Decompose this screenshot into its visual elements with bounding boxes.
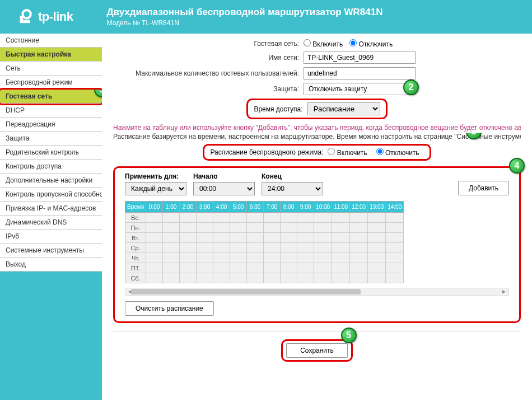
sidebar-item-forwarding[interactable]: Переадресация [0, 118, 102, 132]
schedule-cell[interactable] [332, 263, 350, 273]
schedule-cell[interactable] [281, 253, 297, 263]
schedule-cell[interactable] [213, 273, 230, 283]
schedule-cell[interactable] [281, 223, 297, 233]
sidebar-item-ddns[interactable]: Динамический DNS [0, 216, 102, 230]
network-name-input[interactable] [304, 52, 416, 64]
schedule-cell[interactable] [332, 243, 350, 253]
schedule-grid-wrap[interactable]: Время0:001:002:003:004:005:006:007:008:0… [120, 201, 514, 283]
schedule-cell[interactable] [247, 223, 264, 233]
schedule-cell[interactable] [281, 213, 297, 223]
schedule-cell[interactable] [213, 213, 230, 223]
schedule-cell[interactable] [230, 273, 247, 283]
schedule-grid[interactable]: Время0:001:002:003:004:005:006:007:008:0… [125, 201, 404, 283]
access-time-select[interactable]: Расписание [307, 102, 380, 115]
schedule-cell[interactable] [368, 273, 386, 283]
schedule-cell[interactable] [247, 243, 264, 253]
schedule-cell[interactable] [297, 213, 314, 223]
sidebar-item-status[interactable]: Состояние [0, 34, 102, 48]
schedule-cell[interactable] [213, 243, 230, 253]
sidebar-item-quick-setup[interactable]: Быстрая настройка [0, 48, 102, 62]
schedule-cell[interactable] [146, 223, 163, 233]
schedule-cell[interactable] [197, 233, 213, 243]
schedule-cell[interactable] [297, 223, 314, 233]
save-button[interactable]: Сохранить [286, 343, 348, 358]
schedule-cell[interactable] [146, 213, 163, 223]
schedule-cell[interactable] [197, 263, 213, 273]
sidebar-item-security[interactable]: Защита [0, 132, 102, 146]
guest-enable-radio[interactable]: Включить [304, 39, 343, 48]
security-select[interactable]: Отключить защиту [304, 83, 416, 95]
schedule-cell[interactable] [281, 233, 297, 243]
schedule-cell[interactable] [180, 233, 197, 243]
sidebar-item-parental[interactable]: Родительский контроль [0, 146, 102, 160]
scroll-thumb[interactable] [131, 289, 361, 295]
schedule-cell[interactable] [386, 243, 404, 253]
schedule-cell[interactable] [180, 213, 197, 223]
schedule-cell[interactable] [230, 233, 247, 243]
schedule-cell[interactable] [163, 213, 180, 223]
sidebar-item-wireless[interactable]: Беспроводной режим [0, 76, 102, 90]
schedule-cell[interactable] [314, 243, 332, 253]
schedule-cell[interactable] [350, 243, 368, 253]
schedule-cell[interactable] [368, 253, 386, 263]
schedule-cell[interactable] [297, 243, 314, 253]
schedule-cell[interactable] [230, 253, 247, 263]
schedule-cell[interactable] [314, 253, 332, 263]
schedule-cell[interactable] [197, 243, 213, 253]
schedule-cell[interactable] [247, 213, 264, 223]
schedule-cell[interactable] [297, 263, 314, 273]
sidebar-item-ipv6[interactable]: IPv6 [0, 230, 102, 244]
schedule-cell[interactable] [163, 253, 180, 263]
schedule-cell[interactable] [213, 223, 230, 233]
schedule-cell[interactable] [180, 263, 197, 273]
schedule-cell[interactable] [247, 273, 264, 283]
sidebar-item-guest-network[interactable]: Гостевая сеть 1 [0, 90, 102, 104]
schedule-cell[interactable] [213, 233, 230, 243]
schedule-cell[interactable] [332, 273, 350, 283]
sidebar-item-advanced[interactable]: Дополнительные настройки [0, 174, 102, 188]
schedule-cell[interactable] [314, 233, 332, 243]
schedule-cell[interactable] [350, 273, 368, 283]
clear-schedule-button[interactable]: Очистить расписание [125, 301, 214, 316]
schedule-cell[interactable] [332, 213, 350, 223]
schedule-cell[interactable] [350, 253, 368, 263]
start-select[interactable]: 00:00 [193, 182, 255, 195]
schedule-cell[interactable] [180, 253, 197, 263]
schedule-cell[interactable] [350, 223, 368, 233]
scroll-right-icon[interactable]: ► [501, 288, 507, 295]
schedule-cell[interactable] [350, 233, 368, 243]
sidebar-item-access-control[interactable]: Контроль доступа [0, 160, 102, 174]
schedule-cell[interactable] [368, 223, 386, 233]
schedule-cell[interactable] [368, 263, 386, 273]
schedule-cell[interactable] [230, 263, 247, 273]
schedule-cell[interactable] [146, 273, 163, 283]
schedule-cell[interactable] [264, 223, 281, 233]
schedule-cell[interactable] [386, 233, 404, 243]
schedule-cell[interactable] [163, 263, 180, 273]
sidebar-item-ip-mac[interactable]: Привязка IP- и MAC-адресов [0, 202, 102, 216]
schedule-cell[interactable] [230, 213, 247, 223]
schedule-cell[interactable] [264, 233, 281, 243]
horizontal-scrollbar[interactable]: ◄ ► [125, 288, 509, 296]
schedule-cell[interactable] [264, 253, 281, 263]
schedule-cell[interactable] [163, 223, 180, 233]
schedule-cell[interactable] [350, 213, 368, 223]
schedule-cell[interactable] [230, 223, 247, 233]
sidebar-item-system-tools[interactable]: Системные инструменты [0, 244, 102, 258]
schedule-cell[interactable] [146, 253, 163, 263]
schedule-cell[interactable] [386, 253, 404, 263]
schedule-cell[interactable] [197, 213, 213, 223]
schedule-cell[interactable] [213, 253, 230, 263]
schedule-cell[interactable] [314, 213, 332, 223]
max-users-input[interactable] [304, 67, 416, 80]
schedule-cell[interactable] [146, 243, 163, 253]
schedule-cell[interactable] [247, 263, 264, 273]
sidebar-item-network[interactable]: Сеть [0, 62, 102, 76]
schedule-cell[interactable] [247, 253, 264, 263]
schedule-cell[interactable] [386, 273, 404, 283]
schedule-cell[interactable] [281, 273, 297, 283]
schedule-cell[interactable] [314, 273, 332, 283]
schedule-cell[interactable] [197, 273, 213, 283]
schedule-cell[interactable] [197, 223, 213, 233]
schedule-disable-radio[interactable]: Отключить [376, 148, 419, 157]
